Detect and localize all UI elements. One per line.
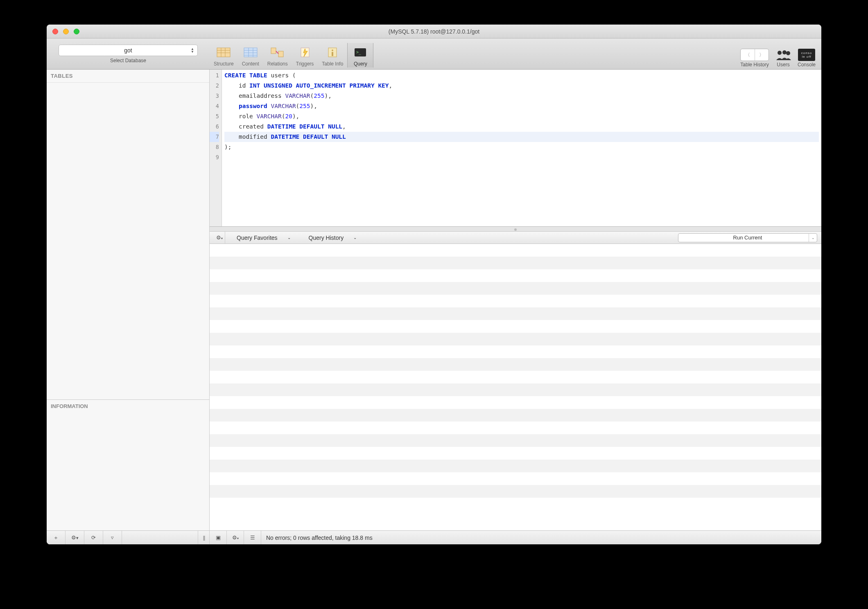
console-button[interactable]: console off Console bbox=[798, 49, 816, 68]
database-select[interactable]: got ▲▼ bbox=[59, 45, 198, 56]
chevron-down-icon: ⌄ bbox=[811, 236, 815, 240]
refresh-icon: ⟳ bbox=[91, 535, 96, 541]
sidebar-resize-handle[interactable]: ||| bbox=[198, 531, 209, 544]
chevron-updown-icon: ▲▼ bbox=[191, 47, 194, 53]
triggers-icon bbox=[296, 45, 314, 60]
users-button[interactable]: Users bbox=[775, 49, 792, 68]
status-message: No errors; 0 rows affected, taking 18.8 … bbox=[261, 535, 373, 541]
run-query-menu[interactable]: ⌄ bbox=[809, 234, 817, 242]
toolbar: got ▲▼ Select Database Structure Content bbox=[47, 38, 821, 70]
tab-relations[interactable]: Relations bbox=[263, 43, 292, 68]
database-select-value: got bbox=[124, 47, 132, 54]
line-number-gutter: 123456789 bbox=[210, 70, 222, 226]
console-icon: console off bbox=[798, 49, 815, 61]
users-label: Users bbox=[777, 62, 789, 68]
query-history-label: Query History bbox=[309, 235, 344, 241]
main-split: TABLES INFORMATION ＋ ⚙︎▾ ⟳ ▿ ||| 1234567… bbox=[47, 70, 821, 544]
tableinfo-icon bbox=[324, 45, 341, 60]
tables-list[interactable] bbox=[47, 83, 209, 399]
svg-rect-12 bbox=[278, 51, 283, 57]
svg-point-15 bbox=[332, 50, 333, 51]
tab-structure-label: Structure bbox=[214, 61, 234, 67]
gear-icon: ⚙︎▾ bbox=[216, 235, 223, 241]
chevron-right-icon: 〉 bbox=[759, 52, 764, 59]
tab-content-label: Content bbox=[242, 61, 259, 67]
svg-rect-11 bbox=[271, 48, 276, 54]
gear-icon: ⚙︎▾ bbox=[71, 535, 79, 541]
app-window: (MySQL 5.7.18) root@127.0.0.1/got got ▲▼… bbox=[47, 25, 821, 544]
window-title: (MySQL 5.7.18) root@127.0.0.1/got bbox=[47, 28, 821, 35]
svg-rect-16 bbox=[332, 52, 333, 56]
refresh-tables-button[interactable]: ⟳ bbox=[84, 531, 103, 544]
tab-tableinfo[interactable]: Table Info bbox=[318, 43, 347, 68]
sidebar-footer: ＋ ⚙︎▾ ⟳ ▿ ||| bbox=[47, 530, 209, 544]
query-favorites-dropdown[interactable]: Query Favorites ⌄ bbox=[230, 235, 297, 241]
chevron-down-icon: ⌄ bbox=[353, 235, 357, 240]
sql-editor[interactable]: 123456789 CREATE TABLE users ( id INT UN… bbox=[210, 70, 821, 227]
information-header: INFORMATION bbox=[51, 403, 88, 409]
plan-icon: ☰ bbox=[250, 535, 255, 541]
database-select-label: Select Database bbox=[110, 58, 146, 63]
svg-point-19 bbox=[778, 51, 782, 55]
expand-icon: ▣ bbox=[216, 535, 221, 541]
run-query-label: Run Current bbox=[733, 235, 762, 241]
results-settings-button[interactable]: ⚙︎▾ bbox=[227, 531, 244, 544]
query-history-dropdown[interactable]: Query History ⌄ bbox=[302, 235, 364, 241]
gear-icon: ⚙︎▾ bbox=[232, 535, 239, 541]
svg-rect-5 bbox=[244, 48, 257, 57]
status-bar: ▣ ⚙︎▾ ☰ No errors; 0 rows affected, taki… bbox=[210, 530, 821, 544]
chevron-down-icon: ⌄ bbox=[287, 235, 291, 240]
history-forward-button[interactable]: 〉 bbox=[755, 49, 769, 61]
tab-content[interactable]: Content bbox=[238, 43, 263, 68]
editor-results-splitter[interactable] bbox=[210, 227, 821, 232]
content-area: 123456789 CREATE TABLE users ( id INT UN… bbox=[210, 70, 821, 544]
close-window-button[interactable] bbox=[52, 29, 58, 34]
minimize-window-button[interactable] bbox=[63, 29, 69, 34]
tab-relations-label: Relations bbox=[267, 61, 288, 67]
query-icon: >_ bbox=[352, 45, 369, 60]
history-back-button[interactable]: 〈 bbox=[741, 49, 755, 61]
table-history-label: Table History bbox=[740, 62, 769, 68]
relations-icon bbox=[269, 45, 286, 60]
tab-query[interactable]: >_ Query bbox=[347, 43, 373, 68]
add-table-button[interactable]: ＋ bbox=[47, 531, 66, 544]
users-icon bbox=[775, 49, 792, 61]
toggle-info-button[interactable]: ▿ bbox=[103, 531, 122, 544]
tab-triggers[interactable]: Triggers bbox=[292, 43, 318, 68]
chevron-left-icon: 〈 bbox=[745, 52, 750, 59]
tables-header: TABLES bbox=[47, 70, 209, 83]
query-favorites-label: Query Favorites bbox=[237, 235, 278, 241]
tab-triggers-label: Triggers bbox=[296, 61, 314, 67]
titlebar: (MySQL 5.7.18) root@127.0.0.1/got bbox=[47, 25, 821, 38]
tab-structure[interactable]: Structure bbox=[210, 43, 238, 68]
svg-point-21 bbox=[786, 51, 790, 55]
table-history-group: 〈 〉 Table History bbox=[740, 49, 769, 68]
svg-rect-0 bbox=[217, 48, 230, 57]
query-settings-button[interactable]: ⚙︎▾ bbox=[214, 232, 225, 244]
results-grid[interactable] bbox=[210, 244, 821, 530]
run-query-button[interactable]: Run Current ⌄ bbox=[678, 233, 817, 242]
history-nav: 〈 〉 bbox=[740, 49, 769, 61]
toolbar-right: 〈 〉 Table History Users console off Cons… bbox=[740, 38, 821, 69]
content-icon bbox=[242, 45, 259, 60]
expand-results-button[interactable]: ▣ bbox=[210, 531, 227, 544]
plus-icon: ＋ bbox=[53, 534, 59, 541]
svg-point-20 bbox=[782, 50, 787, 54]
sidebar: TABLES INFORMATION ＋ ⚙︎▾ ⟳ ▿ ||| bbox=[47, 70, 210, 544]
zoom-window-button[interactable] bbox=[74, 29, 79, 34]
table-actions-button[interactable]: ⚙︎▾ bbox=[66, 531, 84, 544]
sql-code-area[interactable]: CREATE TABLE users ( id INT UNSIGNED AUT… bbox=[222, 70, 821, 226]
view-tabs: Structure Content Relations Triggers bbox=[210, 38, 373, 69]
tab-query-label: Query bbox=[354, 61, 367, 67]
collapse-icon: ▿ bbox=[111, 535, 114, 541]
query-toolbar: ⚙︎▾ Query Favorites ⌄ Query History ⌄ Ru… bbox=[210, 232, 821, 244]
information-panel: INFORMATION bbox=[47, 399, 209, 530]
database-chooser-section: got ▲▼ Select Database bbox=[47, 38, 210, 69]
console-label: Console bbox=[798, 62, 816, 68]
query-plan-button[interactable]: ☰ bbox=[244, 531, 261, 544]
window-controls bbox=[47, 29, 79, 34]
tab-tableinfo-label: Table Info bbox=[322, 61, 343, 67]
svg-text:>_: >_ bbox=[356, 50, 362, 55]
structure-icon bbox=[215, 45, 232, 60]
